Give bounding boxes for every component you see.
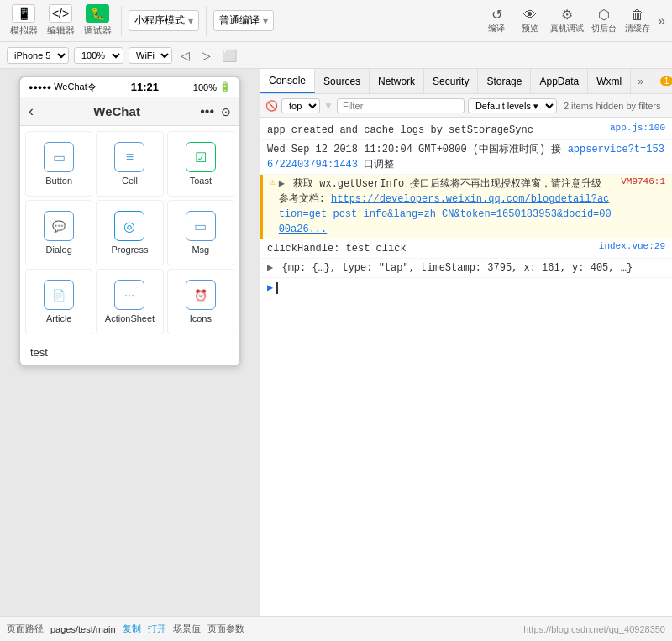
grid-container: ▭ Button ≡ Cell ☑ Toast xyxy=(20,126,239,339)
tab-console[interactable]: Console xyxy=(260,69,315,93)
grid-item-cell[interactable]: ≡ Cell xyxy=(96,131,163,197)
more-tools-button[interactable]: » xyxy=(658,13,665,29)
tab-network[interactable]: Network xyxy=(370,69,424,93)
battery-label: 100% xyxy=(193,82,217,92)
warn-docs-link[interactable]: https://developers.weixin.qq.com/blogdet… xyxy=(279,193,612,235)
home-icon[interactable]: ⬜ xyxy=(219,47,240,64)
line-warn-source[interactable]: VM9746:1 xyxy=(621,176,665,187)
clear-console-icon[interactable]: 🚫 xyxy=(265,100,278,112)
grid-item-toast[interactable]: ☑ Toast xyxy=(167,131,234,197)
line-3-source[interactable]: index.vue:29 xyxy=(599,241,665,251)
test-area: test xyxy=(20,339,239,365)
warn-icon: ⚠ xyxy=(270,176,276,187)
grid-item-dialog[interactable]: 💬 Dialog xyxy=(25,200,92,265)
open-button[interactable]: 打开 xyxy=(148,623,166,635)
console-toolbar: 🚫 top ▼ Default levels ▾ 2 items hidden … xyxy=(260,94,672,118)
status-time: 11:21 xyxy=(131,81,159,93)
expand-arrow-4-icon[interactable]: ▶ xyxy=(267,262,273,274)
camera-icon[interactable]: ⊙ xyxy=(221,105,231,118)
simulator-tool[interactable]: 📱 模拟器 xyxy=(7,4,40,37)
warning-badge: 1 xyxy=(660,76,672,86)
prompt-cursor[interactable] xyxy=(276,282,278,294)
tab-wxml[interactable]: Wxml xyxy=(588,69,631,93)
mode-dropdown[interactable]: 小程序模式 ▾ xyxy=(129,10,199,31)
cell-grid-icon: ≡ xyxy=(114,142,144,172)
cell-grid-label: Cell xyxy=(122,176,138,186)
network-select[interactable]: WiFi xyxy=(129,47,172,64)
grid-item-actionsheet[interactable]: ··· ActionSheet xyxy=(96,269,163,334)
forward-icon[interactable]: ▷ xyxy=(198,47,214,64)
editor-label: 编辑器 xyxy=(47,24,75,37)
tab-security[interactable]: Security xyxy=(424,69,478,93)
clear-icon: 🗑 xyxy=(631,8,644,23)
right-tools: ↺ 编译 👁 预览 ⚙ 真机调试 ⬡ 切后台 🗑 清缓存 » xyxy=(483,7,665,34)
preview-icon: 👁 xyxy=(523,8,537,23)
zoom-select[interactable]: 100% xyxy=(74,47,123,64)
test-text: test xyxy=(30,346,48,359)
compile-dropdown-btn[interactable]: 普通编译 ▾ xyxy=(213,10,274,31)
grid-item-progress[interactable]: ◎ Progress xyxy=(96,200,163,265)
separator-1 xyxy=(121,6,122,36)
mode-dropdown-btn[interactable]: 小程序模式 ▾ xyxy=(129,10,199,31)
tab-sources[interactable]: Sources xyxy=(315,69,370,93)
debugger-icon: 🐛 xyxy=(86,4,109,23)
phone-status-bar: ●●●●● WeChat令 11:21 100% 🔋 xyxy=(20,77,239,97)
separator-2 xyxy=(206,6,207,36)
simulator-label: 模拟器 xyxy=(10,24,38,37)
grid-item-article[interactable]: 📄 Article xyxy=(25,269,92,334)
progress-grid-icon: ◎ xyxy=(114,211,144,241)
device-select[interactable]: iPhone 5 xyxy=(7,47,69,64)
console-content: app created and cache logs by setStorage… xyxy=(260,118,672,616)
line-4-content: ▶ {mp: {…}, type: "tap", timeStamp: 3795… xyxy=(267,260,665,276)
tabs-more-button[interactable]: » xyxy=(631,69,650,93)
debugger-tool[interactable]: 🐛 调试器 xyxy=(81,4,114,37)
article-grid-icon: 📄 xyxy=(44,280,74,310)
back-button[interactable]: ‹ xyxy=(29,102,34,120)
msg-grid-icon: ▭ xyxy=(186,211,216,241)
button-grid-icon: ▭ xyxy=(44,142,74,172)
clear-button[interactable]: 🗑 清缓存 xyxy=(624,8,651,34)
phone-mockup: ●●●●● WeChat令 11:21 100% 🔋 ‹ WeChat ••• xyxy=(18,76,241,367)
tab-storage[interactable]: Storage xyxy=(478,69,531,93)
level-select[interactable]: Default levels ▾ xyxy=(468,98,557,113)
copy-button[interactable]: 复制 xyxy=(123,623,141,635)
main-area: ●●●●● WeChat令 11:21 100% 🔋 ‹ WeChat ••• xyxy=(0,69,672,616)
hidden-info: 2 items hidden by filters xyxy=(564,101,661,111)
filter-input[interactable] xyxy=(337,98,465,113)
second-toolbar: iPhone 5 100% WiFi ◁ ▷ ⬜ xyxy=(0,42,672,69)
expand-arrow-icon[interactable]: ▶ xyxy=(279,178,285,190)
compile-button[interactable]: ↺ 编译 xyxy=(483,7,510,34)
editor-icon: </> xyxy=(49,4,72,23)
console-line-warn: ⚠ ▶ 获取 wx.getUserInfo 接口后续将不再出现授权弹窗，请注意升… xyxy=(260,175,672,239)
top-toolbar: 📱 模拟器 </> 编辑器 🐛 调试器 小程序模式 ▾ 普通编译 ▾ ↺ 编译 … xyxy=(0,0,672,42)
compile-arrow-icon: ▾ xyxy=(263,15,268,27)
back-icon[interactable]: ◁ xyxy=(177,47,193,64)
mode-arrow-icon: ▾ xyxy=(188,15,193,27)
msg-grid-label: Msg xyxy=(192,244,209,255)
article-grid-label: Article xyxy=(46,313,72,323)
toast-grid-label: Toast xyxy=(190,176,212,186)
console-panel: Console Sources Network Security Storage… xyxy=(260,69,672,616)
compile-dropdown[interactable]: 普通编译 ▾ xyxy=(213,10,274,31)
tab-appdata[interactable]: AppData xyxy=(531,69,588,93)
line-1-source[interactable]: app.js:100 xyxy=(610,123,665,133)
grid-item-button[interactable]: ▭ Button xyxy=(25,131,92,197)
status-right: 100% 🔋 xyxy=(193,81,231,92)
editor-tool[interactable]: </> 编辑器 xyxy=(44,4,77,37)
compile-icon: ↺ xyxy=(491,7,502,23)
more-dots-icon[interactable]: ••• xyxy=(200,104,214,119)
line-1-content: app created and cache logs by setStorage… xyxy=(267,123,603,138)
switchboard-icon: ⬡ xyxy=(598,7,610,23)
grid-row-0: ▭ Button ≡ Cell ☑ Toast xyxy=(24,129,236,198)
line-2-link[interactable]: appservice?t=1536722403794:1443 xyxy=(267,144,664,171)
console-line-2: Wed Sep 12 2018 11:20:04 GMT+0800 (中国标准时… xyxy=(260,140,672,175)
grid-row-2: 📄 Article ··· ActionSheet ⏰ Icons xyxy=(24,267,236,336)
bottom-bar: 页面路径 pages/test/main 复制 打开 场景值 页面参数 http… xyxy=(0,616,672,641)
preview-button[interactable]: 👁 预览 xyxy=(517,8,543,34)
realdevice-button[interactable]: ⚙ 真机调试 xyxy=(550,7,584,34)
switchboard-button[interactable]: ⬡ 切后台 xyxy=(591,7,617,34)
context-select[interactable]: top xyxy=(281,98,320,113)
grid-item-msg[interactable]: ▭ Msg xyxy=(167,200,234,265)
grid-item-icons[interactable]: ⏰ Icons xyxy=(167,269,234,334)
tab-settings-badge: 1 ⋮ ✕ xyxy=(650,69,672,93)
